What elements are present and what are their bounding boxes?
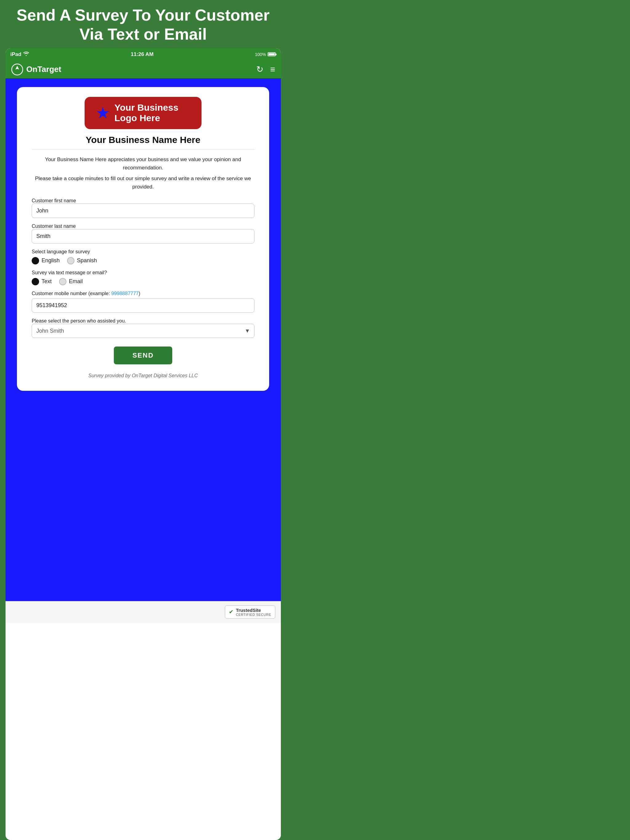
assistant-select[interactable]: John Smith: [32, 324, 255, 338]
survey-text-option[interactable]: Text: [32, 278, 52, 285]
spanish-radio-unselected[interactable]: [67, 257, 74, 264]
first-name-input[interactable]: [32, 204, 255, 218]
trusted-site-badge: ✔ TrustedSite CERTIFIED SECURE: [225, 605, 275, 619]
description-2: Please take a couple minutes to fill out…: [32, 174, 255, 191]
spanish-label: Spanish: [77, 257, 97, 264]
logo-text: Your Business Logo Here: [114, 103, 190, 123]
status-bar: iPad 11:26 AM 100%: [6, 48, 281, 61]
device-label: iPad: [11, 51, 22, 57]
logo-pill: ★ Your Business Logo Here: [85, 97, 201, 129]
phone-input[interactable]: [32, 298, 255, 313]
send-btn-wrapper: SEND: [32, 346, 255, 364]
status-time: 11:26 AM: [131, 51, 154, 57]
assistant-select-wrapper: John Smith ▼: [32, 324, 255, 338]
svg-point-0: [12, 64, 23, 75]
description-1: Your Business Name Here appreciates your…: [32, 155, 255, 172]
last-name-label: Customer last name: [32, 224, 76, 229]
menu-icon[interactable]: ≡: [270, 65, 275, 74]
text-label: Text: [41, 278, 52, 285]
form-card: ★ Your Business Logo Here Your Business …: [17, 87, 269, 391]
phone-label: Customer mobile number (example: 9998887…: [32, 291, 255, 297]
language-label: Select language for survey: [32, 249, 255, 254]
language-spanish-option[interactable]: Spanish: [67, 257, 97, 264]
language-english-option[interactable]: English: [32, 257, 60, 264]
page-title-block: Send A Survey To Your Customer Via Text …: [0, 0, 286, 48]
card-footer: Survey provided by OnTarget Digital Serv…: [32, 373, 255, 379]
status-left: iPad: [11, 51, 30, 57]
status-right: 100%: [255, 52, 276, 57]
page-title-line1: Send A Survey To Your Customer: [12, 6, 274, 25]
nav-logo: OnTarget: [11, 63, 62, 76]
send-button[interactable]: SEND: [114, 346, 172, 364]
divider: [32, 149, 255, 150]
assistant-label: Please select the person who assisted yo…: [32, 318, 126, 324]
blue-area: ★ Your Business Logo Here Your Business …: [6, 78, 281, 601]
business-name: Your Business Name Here: [32, 135, 255, 145]
nav-logo-text: OnTarget: [27, 65, 62, 74]
email-label: Email: [69, 278, 83, 285]
logo-block: ★ Your Business Logo Here: [32, 97, 255, 129]
first-name-label: Customer first name: [32, 198, 76, 203]
english-radio-selected[interactable]: [32, 257, 39, 264]
battery-percent: 100%: [255, 52, 266, 57]
survey-method-radio-group: Text Email: [32, 278, 255, 285]
battery-icon: [268, 52, 275, 56]
refresh-icon[interactable]: ↻: [256, 64, 263, 74]
trusted-check-icon: ✔: [229, 608, 233, 615]
survey-method-label: Survey via text message or email?: [32, 270, 255, 275]
device-frame: iPad 11:26 AM 100%: [6, 48, 281, 840]
nav-logo-icon: [11, 63, 24, 76]
english-label: English: [41, 257, 60, 264]
trusted-site-sub: CERTIFIED SECURE: [236, 613, 271, 616]
phone-example-link[interactable]: 9998887777: [111, 291, 139, 296]
trusted-site-name: TrustedSite: [236, 608, 271, 613]
last-name-input[interactable]: [32, 229, 255, 243]
nav-bar: OnTarget ↻ ≡: [6, 61, 281, 78]
survey-email-option[interactable]: Email: [59, 278, 83, 285]
nav-right: ↻ ≡: [256, 64, 275, 74]
text-radio-selected[interactable]: [32, 278, 39, 285]
page-title-line2: Via Text or Email: [12, 25, 274, 44]
logo-star-icon: ★: [96, 104, 110, 122]
email-radio-unselected[interactable]: [59, 278, 66, 285]
wifi-icon: [23, 51, 29, 57]
bottom-bar: ✔ TrustedSite CERTIFIED SECURE: [6, 601, 281, 623]
language-radio-group: English Spanish: [32, 257, 255, 264]
